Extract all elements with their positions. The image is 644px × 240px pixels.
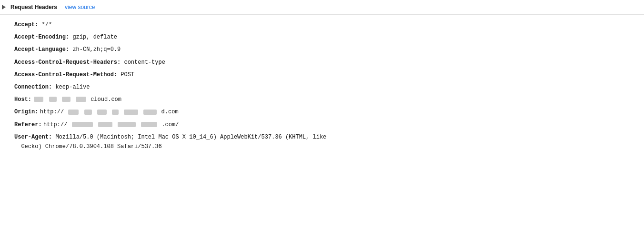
header-row: User-Agent: Mozilla/5.0 (Macintosh; Inte… (14, 131, 634, 153)
header-value: gzip, deflate (69, 34, 117, 40)
header-row: Accept-Encoding: gzip, deflate (14, 31, 634, 43)
header-title-group: Request Headers (2, 4, 57, 10)
redacted-block (112, 110, 119, 115)
section-title: Request Headers (10, 4, 57, 10)
header-value: Mozilla/5.0 (Macintosh; Intel Mac OS X 1… (14, 134, 326, 150)
header-value: zh-CN,zh;q=0.9 (69, 46, 121, 53)
header-name: Referer: (14, 121, 42, 128)
header-row: Connection: keep-alive (14, 81, 634, 93)
redacted-block (124, 110, 138, 115)
header-value: */* (38, 21, 52, 28)
redacted-block (141, 122, 157, 127)
header-name: Access-Control-Request-Method: (14, 71, 117, 78)
header-row: Host: cloud.com (14, 93, 634, 106)
redacted-block (84, 110, 92, 115)
redacted-block (76, 97, 86, 102)
header-value: POST (117, 71, 134, 78)
header-name: Accept-Language: (14, 46, 69, 53)
redacted-block (97, 110, 107, 115)
headers-list: Accept: */* Accept-Encoding: gzip, defla… (0, 15, 644, 157)
header-name: Accept-Encoding: (14, 34, 69, 40)
redacted-block (62, 97, 70, 102)
header-value: keep-alive (52, 84, 90, 90)
header-row: Accept: */* (14, 19, 634, 31)
header-name: Access-Control-Request-Headers: (14, 59, 121, 66)
view-source-link[interactable]: view source (65, 4, 95, 10)
redacted-block (72, 122, 93, 127)
header-name: Connection: (14, 84, 52, 90)
header-name: User-Agent: (14, 134, 52, 140)
redacted-block (98, 122, 112, 127)
header-value: cloud.com (33, 96, 121, 103)
redacted-block (34, 97, 43, 102)
header-value: http:// .com/ (43, 121, 179, 128)
header-name: Origin: (14, 109, 38, 115)
header-row: Referer: http:// .com/ (14, 119, 634, 131)
collapse-triangle-icon[interactable] (2, 5, 6, 10)
header-row: Access-Control-Request-Method: POST (14, 69, 634, 81)
request-headers-panel: Request Headers view source Accept: */* … (0, 0, 644, 157)
panel-header: Request Headers view source (0, 0, 644, 15)
header-row: Origin: http:// d.com (14, 106, 634, 118)
header-name: Host: (14, 96, 31, 103)
header-value: http:// d.com (40, 109, 179, 115)
header-row: Accept-Language: zh-CN,zh;q=0.9 (14, 43, 634, 56)
header-row: Access-Control-Request-Headers: content-… (14, 56, 634, 69)
redacted-block (118, 122, 136, 127)
redacted-block (49, 97, 57, 102)
header-name: Accept: (14, 21, 38, 28)
redacted-block (68, 110, 79, 115)
header-value: content-type (121, 59, 165, 66)
redacted-block (143, 110, 157, 115)
